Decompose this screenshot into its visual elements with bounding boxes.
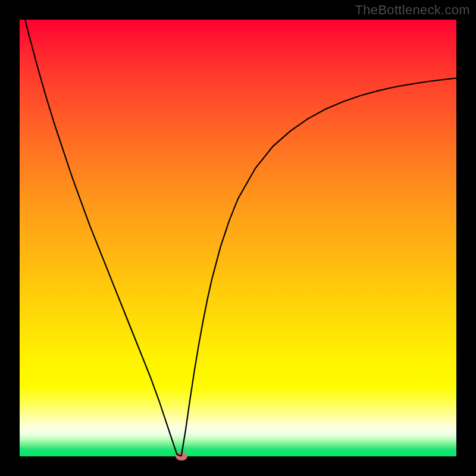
- chart-plot-area: [20, 20, 456, 456]
- bottleneck-curve: [20, 20, 456, 456]
- watermark-text: TheBottleneck.com: [355, 2, 470, 18]
- curve-path: [20, 20, 456, 456]
